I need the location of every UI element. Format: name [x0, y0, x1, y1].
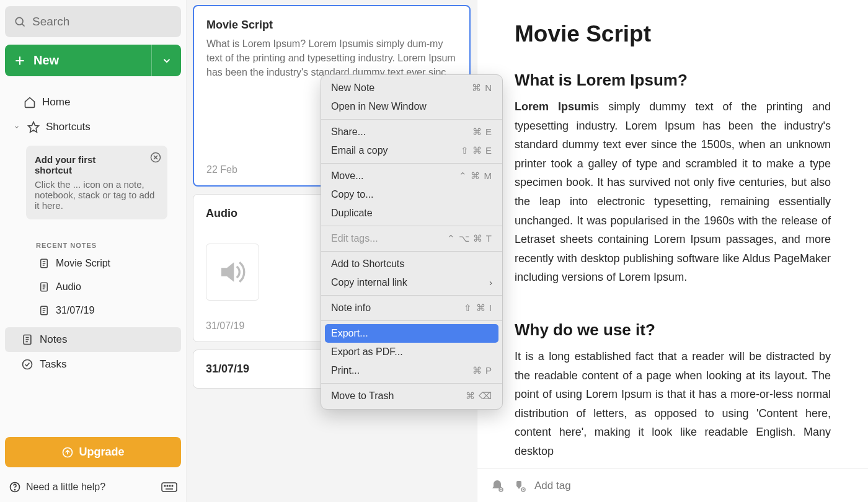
menu-item-export-as-pdf[interactable]: Export as PDF...	[321, 343, 502, 361]
new-button-label: New	[33, 53, 59, 68]
shortcut-hint-card: Add your first shortcut Click the ... ic…	[26, 146, 167, 219]
notes-icon	[21, 333, 33, 346]
note-icon	[38, 258, 50, 269]
menu-item-label: Add to Shortcuts	[331, 258, 404, 270]
star-icon	[27, 121, 40, 133]
tag-bar	[477, 469, 868, 502]
menu-item-label: Export...	[331, 328, 368, 339]
chevron-down-icon	[161, 55, 172, 66]
recent-item-label: Movie Script	[56, 258, 110, 269]
menu-item-label: Edit tags...	[331, 233, 378, 244]
menu-item-label: Copy to...	[331, 189, 373, 200]
menu-item-copy-internal-link[interactable]: Copy internal link›	[321, 273, 502, 292]
nav-label: Tasks	[40, 358, 66, 371]
svg-rect-29	[162, 483, 177, 491]
menu-shortcut: ⌃ ⌘ M	[459, 170, 492, 182]
editor: Movie Script What is Lorem Ipsum? Lorem …	[477, 0, 868, 502]
svg-marker-4	[29, 122, 39, 133]
search-input[interactable]: Search	[5, 6, 181, 37]
editor-heading[interactable]: What is Lorem Ipsum?	[515, 71, 831, 90]
menu-separator	[321, 251, 502, 252]
svg-point-31	[167, 485, 168, 487]
menu-separator	[321, 119, 502, 120]
menu-separator	[321, 226, 502, 226]
help-button[interactable]: Need a little help?	[9, 481, 105, 493]
editor-heading[interactable]: Why do we use it?	[515, 320, 831, 340]
menu-shortcut: ⇧ ⌘ I	[464, 302, 492, 314]
chevron-down-icon	[14, 123, 20, 131]
nav-list: Home Shortcuts Add your first shortcut C…	[5, 90, 181, 377]
nav-home[interactable]: Home	[5, 90, 181, 115]
menu-shortcut: ⌘ P	[472, 365, 492, 376]
upgrade-label: Upgrade	[79, 446, 124, 459]
recent-item-movie-script[interactable]: Movie Script	[5, 252, 181, 275]
menu-shortcut: ⇧ ⌘ E	[461, 145, 492, 156]
menu-item-move-to-trash[interactable]: Move to Trash⌘ ⌫	[321, 387, 502, 405]
menu-separator	[321, 295, 502, 296]
menu-item-note-info[interactable]: Note info⇧ ⌘ I	[321, 299, 502, 317]
upgrade-icon	[61, 446, 74, 459]
speaker-icon	[206, 244, 259, 301]
menu-item-label: Move to Trash	[331, 390, 394, 402]
menu-item-add-to-shortcuts[interactable]: Add to Shortcuts	[321, 255, 502, 273]
menu-item-export[interactable]: Export...	[325, 324, 498, 343]
menu-item-print[interactable]: Print...⌘ P	[321, 361, 502, 380]
reminder-icon[interactable]	[490, 478, 505, 493]
menu-item-label: Duplicate	[331, 208, 373, 219]
editor-title[interactable]: Movie Script	[515, 21, 831, 47]
search-icon	[14, 15, 26, 28]
recent-notes-label: RECENT NOTES	[5, 237, 181, 252]
close-icon[interactable]	[150, 152, 161, 163]
search-placeholder: Search	[32, 15, 69, 29]
menu-separator	[321, 320, 502, 321]
nav-shortcuts[interactable]: Shortcuts	[5, 115, 181, 139]
new-dropdown-button[interactable]	[151, 45, 181, 76]
sidebar: Search New Home	[0, 0, 186, 502]
context-menu: New Note⌘ NOpen in New WindowShare...⌘ E…	[321, 74, 503, 410]
menu-shortcut: ⌘ N	[472, 82, 492, 94]
notebook-tag-icon[interactable]	[512, 478, 527, 493]
nav-tasks[interactable]: Tasks	[5, 352, 181, 377]
editor-paragraph[interactable]: It is a long established fact that a rea…	[515, 347, 831, 461]
recent-item-date[interactable]: 31/07/19	[5, 299, 181, 322]
tag-input[interactable]	[534, 480, 856, 492]
svg-point-24	[23, 360, 32, 369]
plus-icon	[14, 55, 26, 67]
nav-label: Notes	[40, 333, 67, 346]
shortcut-card-title: Add your first shortcut	[35, 154, 122, 175]
recent-item-label: Audio	[56, 281, 81, 293]
upgrade-button[interactable]: Upgrade	[5, 437, 181, 467]
menu-item-new-note[interactable]: New Note⌘ N	[321, 79, 502, 97]
menu-shortcut: ⌘ ⌫	[466, 390, 492, 402]
note-icon	[38, 305, 50, 316]
note-icon	[38, 281, 50, 293]
menu-item-label: Export as PDF...	[331, 346, 403, 358]
menu-item-email-a-copy[interactable]: Email a copy⇧ ⌘ E	[321, 141, 502, 160]
editor-paragraph[interactable]: Lorem Ipsumis simply dummy text of the p…	[515, 97, 831, 287]
menu-item-duplicate[interactable]: Duplicate	[321, 204, 502, 222]
menu-item-move[interactable]: Move...⌃ ⌘ M	[321, 167, 502, 185]
bold-text: Lorem Ipsum	[515, 100, 591, 113]
keyboard-icon[interactable]	[161, 481, 177, 493]
chevron-right-icon: ›	[489, 278, 492, 288]
recent-item-label: 31/07/19	[56, 305, 94, 316]
help-row: Need a little help?	[5, 477, 181, 496]
menu-separator	[321, 163, 502, 164]
menu-item-label: Open in New Window	[331, 101, 427, 112]
menu-item-copy-to[interactable]: Copy to...	[321, 185, 502, 204]
recent-item-audio[interactable]: Audio	[5, 275, 181, 299]
menu-item-label: New Note	[331, 82, 374, 94]
notes-list-column: Movie Script What is Lorem Ipsum? Lorem …	[186, 0, 477, 502]
new-button[interactable]: New	[5, 45, 181, 76]
menu-item-open-in-new-window[interactable]: Open in New Window	[321, 97, 502, 116]
note-preview: What is Lorem Ipsum? Lorem Ipsumis simpl…	[206, 37, 457, 80]
menu-item-label: Note info	[331, 302, 371, 314]
menu-item-label: Copy internal link	[331, 277, 407, 288]
menu-item-share[interactable]: Share...⌘ E	[321, 123, 502, 141]
menu-item-label: Share...	[331, 126, 366, 138]
shortcut-card-body: Click the ... icon on a note, notebook, …	[35, 179, 159, 211]
nav-notes[interactable]: Notes	[5, 327, 181, 352]
tasks-icon	[21, 358, 33, 371]
menu-item-label: Print...	[331, 365, 360, 376]
menu-shortcut: ⌘ E	[472, 126, 492, 138]
